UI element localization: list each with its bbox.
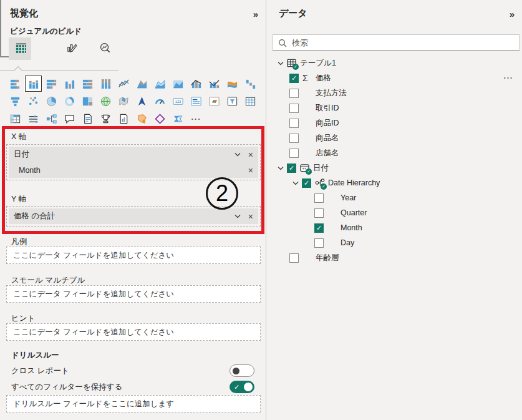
remove-field-icon[interactable]: ×: [248, 212, 253, 221]
field-checkbox[interactable]: [289, 89, 299, 98]
power-apps-icon[interactable]: [151, 110, 169, 127]
pie-chart-icon[interactable]: [42, 92, 60, 110]
x-axis-field-well[interactable]: 日付×Month×: [6, 144, 261, 180]
legend-field-well[interactable]: ここにデータ フィールドを追加してください: [6, 247, 261, 264]
tree-item-label: Day: [341, 238, 354, 247]
field-checkbox[interactable]: ✓: [314, 223, 324, 233]
power-automate-icon[interactable]: [169, 110, 187, 127]
table-icon[interactable]: [241, 92, 259, 110]
field-dropdown-icon[interactable]: [234, 152, 241, 157]
tooltips-field-well[interactable]: ここにデータ フィールドを追加してください: [6, 323, 261, 341]
field-checkbox[interactable]: [289, 149, 299, 158]
collapse-viz-pane-icon[interactable]: »: [253, 9, 258, 19]
metrics-icon[interactable]: [97, 110, 115, 127]
remove-field-icon[interactable]: ×: [248, 150, 253, 159]
stacked-bar-chart-icon[interactable]: [6, 75, 24, 92]
data-pane: データ » ✓テーブル1✓Σ価格···支払方法取引ID商品ID商品名店舗名✓✓日…: [267, 0, 522, 420]
field-checkbox[interactable]: [314, 208, 324, 218]
filled-map-icon[interactable]: [115, 92, 133, 110]
field-checkbox[interactable]: [289, 134, 299, 143]
tree-item-商品ID[interactable]: 商品ID: [267, 115, 522, 130]
100-stacked-bar-chart-icon[interactable]: [79, 75, 97, 92]
100-stacked-area-chart-icon[interactable]: [169, 75, 187, 92]
stacked-area-chart-icon[interactable]: [151, 75, 169, 92]
svg-text:123: 123: [175, 100, 181, 104]
smart-narrative-icon[interactable]: [79, 110, 97, 127]
line-chart-icon[interactable]: [115, 75, 133, 92]
tab-build-visual[interactable]: [9, 37, 31, 60]
tree-item-テーブル1[interactable]: ✓テーブル1: [267, 56, 522, 71]
field-checkbox[interactable]: [289, 253, 299, 263]
tree-item-取引ID[interactable]: 取引ID: [267, 100, 522, 115]
field-checkbox[interactable]: [314, 193, 324, 203]
100-stacked-column-chart-icon[interactable]: [97, 75, 115, 92]
field-checkbox[interactable]: [314, 238, 324, 248]
field-checkbox[interactable]: ✓: [289, 74, 299, 83]
tree-item-Quarter[interactable]: Quarter: [267, 205, 522, 220]
tree-item-年齢層[interactable]: 年齢層: [267, 250, 522, 265]
tree-item-label: 商品名: [316, 133, 339, 144]
tree-item-Month[interactable]: ✓Month: [267, 220, 522, 235]
field-pill-日付[interactable]: 日付×: [9, 147, 258, 162]
decomposition-tree-icon[interactable]: [42, 110, 60, 127]
treemap-icon[interactable]: [79, 92, 97, 110]
y-axis-label: Y 軸: [11, 194, 26, 205]
search-input[interactable]: [292, 38, 514, 47]
funnel-chart-icon[interactable]: [6, 92, 24, 110]
field-dropdown-icon[interactable]: [234, 214, 241, 218]
remove-field-icon[interactable]: ×: [248, 166, 253, 175]
field-pill-Month[interactable]: Month×: [9, 162, 258, 178]
paginated-report-icon[interactable]: [115, 110, 133, 127]
tab-analytics[interactable]: [94, 37, 116, 60]
key-influencers-icon[interactable]: [24, 110, 42, 127]
field-checkbox[interactable]: [289, 104, 299, 113]
clustered-bar-chart-icon[interactable]: [42, 75, 60, 92]
kpi-icon[interactable]: [205, 92, 223, 110]
waterfall-chart-icon[interactable]: [241, 75, 259, 92]
multi-row-card-icon[interactable]: [187, 92, 205, 110]
clustered-column-chart-icon[interactable]: [60, 75, 79, 92]
small-multiples-field-well[interactable]: ここにデータ フィールドを追加してください: [6, 285, 261, 303]
tree-item-商品名[interactable]: 商品名: [267, 130, 522, 145]
slicer-icon[interactable]: [223, 92, 241, 110]
azure-map-icon[interactable]: [133, 92, 151, 110]
y-axis-field-well[interactable]: 価格 の合計×: [6, 206, 261, 227]
more-visuals-icon[interactable]: ···: [187, 110, 205, 127]
tree-item-Year[interactable]: Year: [267, 190, 522, 205]
field-checkbox[interactable]: [289, 119, 299, 128]
scatter-chart-icon[interactable]: [24, 92, 42, 110]
ribbon-chart-icon[interactable]: [223, 75, 241, 92]
field-checkbox[interactable]: ✓: [302, 178, 311, 188]
tree-item-Date Hierarchy[interactable]: ✓✓Date Hierarchy: [267, 175, 522, 190]
card-icon[interactable]: 123: [169, 92, 187, 110]
line-clustered-column-chart-icon[interactable]: [205, 75, 223, 92]
tree-item-店舗名[interactable]: 店舗名: [267, 145, 522, 160]
more-options-icon[interactable]: ···: [504, 74, 514, 82]
annotation-step-number: 2: [206, 177, 238, 210]
stacked-column-chart-icon[interactable]: [24, 75, 42, 92]
expand-chevron-icon[interactable]: [274, 61, 287, 66]
donut-chart-icon[interactable]: [60, 92, 79, 110]
line-stacked-column-chart-icon[interactable]: [187, 75, 205, 92]
tree-item-日付[interactable]: ✓✓日付: [267, 160, 522, 175]
cross-report-toggle[interactable]: [230, 364, 254, 377]
expand-chevron-icon[interactable]: [274, 166, 287, 170]
search-box[interactable]: [273, 34, 520, 51]
arcgis-map-icon[interactable]: [133, 110, 151, 127]
tree-item-Day[interactable]: Day: [267, 235, 522, 250]
tree-item-価格[interactable]: ✓Σ価格···: [267, 71, 522, 85]
gauge-icon[interactable]: [151, 92, 169, 110]
field-checkbox[interactable]: ✓: [287, 164, 296, 173]
keep-all-filters-toggle[interactable]: ✓: [230, 381, 254, 393]
area-chart-icon[interactable]: [133, 75, 151, 92]
canvas-edge: [0, 56, 9, 57]
field-pill-価格 の合計[interactable]: 価格 の合計×: [9, 208, 258, 224]
map-icon[interactable]: [97, 92, 115, 110]
collapse-data-pane-icon[interactable]: »: [510, 9, 515, 19]
qa-visual-icon[interactable]: [60, 110, 79, 127]
drillthrough-field-well[interactable]: ドリルスルー フィールドをここに追加します: [6, 395, 261, 413]
tab-format-visual[interactable]: [60, 37, 82, 60]
expand-chevron-icon[interactable]: [289, 181, 302, 185]
tree-item-支払方法[interactable]: 支払方法: [267, 85, 522, 100]
matrix-icon[interactable]: [6, 110, 24, 127]
